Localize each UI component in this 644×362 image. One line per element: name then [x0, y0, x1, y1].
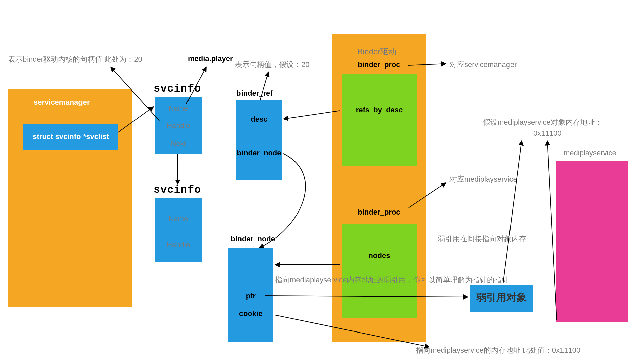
- svcinfo2-handle: Handle: [155, 241, 202, 249]
- binder-proc2-field: nodes: [342, 251, 417, 260]
- binder-ref-desc: desc: [236, 115, 282, 124]
- svcinfo1-next: Next: [155, 139, 202, 148]
- binder-ref-title: binder_ref: [236, 89, 273, 98]
- binder-node-title: binder_node: [231, 235, 275, 243]
- servicemanager-box: [8, 89, 132, 307]
- svg-line-12: [547, 141, 557, 320]
- servicemanager-title: servicemanager: [34, 98, 90, 107]
- media-service-title: mediplayservice: [564, 148, 616, 157]
- binder-ref-box: [236, 100, 282, 180]
- svg-line-11: [503, 141, 522, 283]
- binder-driver-title: Binder驱动: [357, 46, 396, 57]
- annot-corr-svcmgr: 对应servicemanager: [449, 60, 517, 70]
- binder-proc1-title: binder_proc: [332, 60, 426, 69]
- svcinfo2-box: [155, 198, 202, 262]
- annot-desc-handle: 表示句柄值，假设：20: [235, 60, 309, 70]
- weak-ref-label: 弱引用对象: [470, 291, 533, 304]
- annot-media-player: media.player: [188, 54, 233, 63]
- annot-mem-assume: 假设mediplayservice对象内存地址：: [483, 117, 602, 127]
- annot-mem-addr: 0x11100: [533, 129, 561, 138]
- svcinfo2-header: svcinfo: [154, 184, 201, 196]
- annot-weak-explain: 指向mediaplayservice内存地址的弱引用，你可以简单理解为指针的指针: [275, 275, 509, 285]
- media-service-box: [556, 161, 628, 322]
- binder-proc1-field: refs_by_desc: [342, 106, 417, 114]
- binder-node-cookie: cookie: [228, 309, 273, 318]
- annot-corr-media: 对应mediplayservice: [449, 174, 517, 184]
- svcinfo1-header: svcinfo: [154, 82, 201, 95]
- binder-ref-node: binder_node: [233, 148, 285, 157]
- binder-node-ptr: ptr: [228, 292, 273, 300]
- binder-proc2-box: [342, 224, 417, 318]
- svcinfo1-handle: Handle: [155, 121, 202, 130]
- annot-cookie-points: 指向mediplayservice的内存地址 此处值：0x11100: [416, 345, 580, 355]
- annot-weak-indirect: 弱引用在间接指向对象内存: [438, 234, 526, 244]
- svclist-label: struct svcinfo *svclist: [23, 132, 118, 141]
- svcinfo1-name: Name: [155, 104, 202, 113]
- binder-proc2-title: binder_proc: [332, 208, 426, 217]
- annot-handle20: 表示binder驱动内核的句柄值 此处为：20: [8, 54, 142, 64]
- svcinfo2-name: Name: [155, 215, 202, 223]
- binder-proc1-box: [342, 74, 417, 166]
